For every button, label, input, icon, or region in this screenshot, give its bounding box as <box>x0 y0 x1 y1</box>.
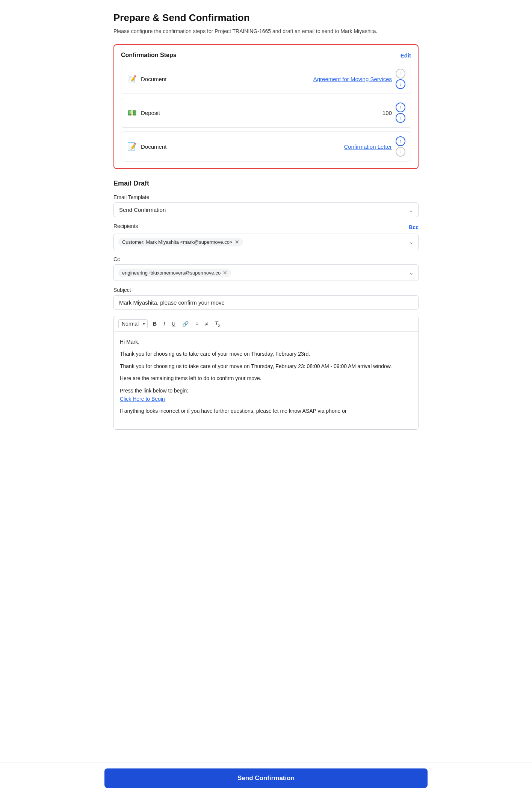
step-label-1: Document <box>141 76 166 82</box>
document-icon-1: 📝 <box>127 74 137 83</box>
body-line-2: Thank you for choosing us to take care o… <box>120 350 412 358</box>
arrow-up-3[interactable]: ↑ <box>396 136 405 146</box>
arrow-buttons-3: ↑ ↓ <box>396 136 405 157</box>
step-label-3: Document <box>141 143 166 150</box>
arrow-down-3[interactable]: ↓ <box>396 147 405 157</box>
body-line-5: Press the link below to begin: Click Her… <box>120 386 412 403</box>
recipient-tag-label-1: Customer: Mark Miyashita <mark@supermove… <box>122 239 233 245</box>
email-body-editor: Normal ▼ B I U 🔗 ≡ ≠ Tx Hi Mark, Thank y… <box>113 316 419 430</box>
bcc-link[interactable]: Bcc <box>409 224 419 230</box>
recipients-header: Recipients Bcc <box>113 223 419 231</box>
recipient-remove-1[interactable]: ✕ <box>235 239 239 245</box>
subject-input[interactable] <box>113 295 419 310</box>
cc-group: Cc engineering+bluxomemovers@supermove.c… <box>113 256 419 281</box>
step-left-2: 💵 Deposit <box>127 108 160 117</box>
arrow-up-2[interactable]: ↑ <box>396 103 405 112</box>
step-row: 📝 Document Agreement for Moving Services… <box>121 64 411 94</box>
link-button[interactable]: 🔗 <box>181 320 190 328</box>
recipients-chevron-icon: ⌄ <box>409 239 414 245</box>
recipient-tag-1: Customer: Mark Miyashita <mark@supermove… <box>118 238 243 246</box>
cc-input[interactable]: engineering+bluxomemovers@supermove.co ✕… <box>113 264 419 281</box>
deposit-icon: 💵 <box>127 108 137 117</box>
step-left-3: 📝 Document <box>127 142 166 151</box>
step-value-2: 100 <box>382 110 392 116</box>
editor-body[interactable]: Hi Mark, Thank you for choosing us to ta… <box>114 332 418 429</box>
email-template-select-wrapper: Send Confirmation ⌄ <box>113 202 419 217</box>
arrow-up-1[interactable]: ↑ <box>396 69 405 78</box>
arrow-down-1[interactable]: ↓ <box>396 79 405 89</box>
step-right-1: Agreement for Moving Services ↑ ↓ <box>313 69 405 89</box>
recipients-tags: Customer: Mark Miyashita <mark@supermove… <box>118 238 406 246</box>
click-here-link[interactable]: Click Here to Begin <box>120 396 165 402</box>
subject-label: Subject <box>113 287 419 293</box>
body-line-3: Thank you for choosing us to take care o… <box>120 362 412 370</box>
bold-button[interactable]: B <box>151 320 158 328</box>
subject-group: Subject <box>113 287 419 310</box>
card-header: Confirmation Steps Edit <box>121 52 411 59</box>
edit-link[interactable]: Edit <box>401 52 411 59</box>
cc-remove-1[interactable]: ✕ <box>223 270 227 275</box>
body-line-1: Hi Mark, <box>120 338 412 346</box>
email-template-group: Email Template Send Confirmation ⌄ <box>113 194 419 217</box>
format-select[interactable]: Normal <box>118 319 148 328</box>
step-left-1: 📝 Document <box>127 74 166 83</box>
step-right-3: Confirmation Letter ↑ ↓ <box>344 136 405 157</box>
body-line-6: If anything looks incorrect or if you ha… <box>120 407 412 415</box>
confirmation-steps-title: Confirmation Steps <box>121 52 177 59</box>
cc-tag-1: engineering+bluxomemovers@supermove.co ✕ <box>118 269 231 277</box>
ordered-list-button[interactable]: ≡ <box>194 320 200 328</box>
email-draft-title: Email Draft <box>113 180 419 187</box>
email-template-select[interactable]: Send Confirmation <box>113 202 419 217</box>
arrow-down-2[interactable]: ↓ <box>396 113 405 123</box>
recipients-group: Recipients Bcc Customer: Mark Miyashita … <box>113 223 419 250</box>
confirmation-steps-card: Confirmation Steps Edit 📝 Document Agree… <box>113 44 419 169</box>
email-draft-section: Email Draft Email Template Send Confirma… <box>113 180 419 430</box>
document-icon-3: 📝 <box>127 142 137 151</box>
cc-tag-label-1: engineering+bluxomemovers@supermove.co <box>122 270 221 276</box>
page-title: Prepare & Send Confirmation <box>113 12 419 24</box>
step-right-2: 100 ↑ ↓ <box>382 103 405 123</box>
email-template-label: Email Template <box>113 194 419 200</box>
recipients-label: Recipients <box>113 223 138 229</box>
arrow-buttons-2: ↑ ↓ <box>396 103 405 123</box>
cc-label: Cc <box>113 256 419 262</box>
cc-tags: engineering+bluxomemovers@supermove.co ✕ <box>118 269 406 277</box>
page-subtitle: Please configure the confirmation steps … <box>113 27 419 35</box>
step-label-2: Deposit <box>141 110 160 116</box>
step-value-link-3[interactable]: Confirmation Letter <box>344 143 392 150</box>
step-row-2: 💵 Deposit 100 ↑ ↓ <box>121 98 411 128</box>
unordered-list-button[interactable]: ≠ <box>204 320 210 328</box>
step-value-link-1[interactable]: Agreement for Moving Services <box>313 76 392 82</box>
underline-button[interactable]: U <box>170 320 177 328</box>
editor-toolbar: Normal ▼ B I U 🔗 ≡ ≠ Tx <box>114 316 418 332</box>
recipients-input[interactable]: Customer: Mark Miyashita <mark@supermove… <box>113 234 419 250</box>
arrow-buttons-1: ↑ ↓ <box>396 69 405 89</box>
step-row-3: 📝 Document Confirmation Letter ↑ ↓ <box>121 131 411 162</box>
format-select-wrapper: Normal ▼ <box>118 319 148 328</box>
body-line-4: Here are the remaining items left to do … <box>120 374 412 382</box>
cc-chevron-icon: ⌄ <box>409 270 414 276</box>
clear-format-button[interactable]: Tx <box>213 320 222 328</box>
italic-button[interactable]: I <box>162 320 166 328</box>
